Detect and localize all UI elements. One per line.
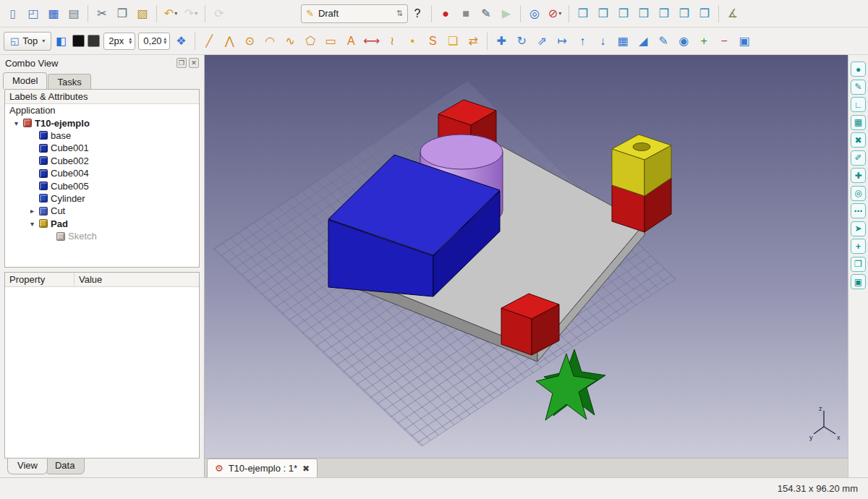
draft-polyline-icon[interactable]: ⋀ xyxy=(220,32,239,51)
tree-item[interactable]: Cube005 xyxy=(5,179,199,192)
upgrade-icon[interactable]: ↑ xyxy=(573,32,592,51)
scale-icon[interactable]: ◢ xyxy=(634,32,652,51)
whats-this-icon[interactable]: ? xyxy=(408,4,427,23)
document-tab[interactable]: ⚙ T10-ejemplo : 1* ✖ xyxy=(207,459,318,477)
spinner-arrows[interactable]: ▴▾ xyxy=(162,38,168,45)
add-geometry-icon[interactable]: ✚ xyxy=(851,168,866,183)
zoom-fit-icon[interactable]: ◎ xyxy=(525,4,544,23)
tree-expand-arrow[interactable]: ▾ xyxy=(12,119,20,127)
downgrade-icon[interactable]: ↓ xyxy=(593,32,612,51)
remove-point-icon[interactable]: − xyxy=(715,32,733,51)
paste-icon[interactable]: ▧ xyxy=(133,4,152,23)
draft-rectangle-icon[interactable]: ▭ xyxy=(321,32,340,51)
tree-item[interactable]: Cube004 xyxy=(5,167,199,179)
draft-shapestring-icon[interactable]: S xyxy=(423,32,442,51)
macro-play-icon[interactable]: ▶ xyxy=(497,4,516,23)
line-width-spinner[interactable]: 2px ▴▾ xyxy=(103,33,135,50)
draft-to-sketch-icon[interactable]: ⇄ xyxy=(464,32,482,51)
shape-color-swatch[interactable] xyxy=(88,35,100,47)
external-geometry-icon[interactable]: ❐ xyxy=(851,257,866,272)
macro-record-icon[interactable]: ● xyxy=(436,4,455,23)
view-rear-icon[interactable]: ❒ xyxy=(655,4,673,23)
copy-icon[interactable]: ❐ xyxy=(113,4,132,23)
panel-float-icon[interactable]: ❐ xyxy=(176,58,187,68)
select-icon[interactable]: ➤ xyxy=(851,221,866,236)
redo-icon[interactable]: ↷▾ xyxy=(182,4,200,23)
print-icon[interactable]: ▤ xyxy=(64,4,83,23)
undo-icon[interactable]: ↶▾ xyxy=(161,4,180,23)
draft-bspline-icon[interactable]: ∿ xyxy=(281,32,299,51)
measure-icon[interactable]: ∡ xyxy=(723,4,742,23)
tree-item[interactable]: Cube002 xyxy=(5,155,199,167)
macro-stop-icon[interactable]: ■ xyxy=(456,4,475,23)
insert-icon[interactable]: + xyxy=(851,239,866,254)
view-left-icon[interactable]: ❒ xyxy=(695,4,714,23)
more-tools-icon[interactable]: ⋯ xyxy=(851,203,866,218)
add-point-icon[interactable]: + xyxy=(694,32,713,51)
view-axonometric-icon[interactable]: ❒ xyxy=(574,4,592,23)
spinner-arrows[interactable]: ▴▾ xyxy=(127,38,133,45)
construction-mode-icon[interactable]: ◧ xyxy=(51,32,70,51)
value-column-header[interactable]: Value xyxy=(75,273,199,286)
target-icon[interactable]: ◎ xyxy=(851,186,866,201)
tab-view[interactable]: View xyxy=(7,459,48,474)
cut-icon[interactable]: ✂ xyxy=(93,4,111,23)
close-document-icon[interactable]: ✖ xyxy=(302,464,310,474)
pencil-icon[interactable]: ✐ xyxy=(851,150,866,166)
tree-item[interactable]: base xyxy=(5,129,199,142)
tree-item[interactable]: ▸ Cut xyxy=(5,205,199,217)
tree-item[interactable]: Sketch xyxy=(5,230,199,242)
tab-model[interactable]: Model xyxy=(3,72,47,89)
tree-item[interactable]: Cube001 xyxy=(5,142,199,154)
save-icon[interactable]: ▦ xyxy=(44,4,63,23)
edit-sketch-icon[interactable]: ✎ xyxy=(851,80,866,95)
grid-icon[interactable]: ▦ xyxy=(851,115,866,130)
draft-line-icon[interactable]: ╱ xyxy=(200,32,218,51)
draft-text-icon[interactable]: A xyxy=(341,32,360,51)
draft-polygon-icon[interactable]: ⬠ xyxy=(301,32,320,51)
lock-icon[interactable]: ● xyxy=(851,61,866,77)
text-scale-spinner[interactable]: 0,20 ▴▾ xyxy=(138,33,170,50)
refresh-icon[interactable]: ⟳ xyxy=(210,4,229,23)
viewport-canvas[interactable]: z y x xyxy=(205,55,848,458)
open-folder-icon[interactable]: ◰ xyxy=(24,4,43,23)
draft-circle-icon[interactable]: ⊙ xyxy=(240,32,259,51)
view-right-icon[interactable]: ❒ xyxy=(634,4,653,23)
tab-tasks[interactable]: Tasks xyxy=(48,74,90,89)
workbench-selector[interactable]: ✎ Draft ⇅ xyxy=(301,4,408,23)
autogroup-icon[interactable]: ❖ xyxy=(171,32,190,51)
line-color-swatch[interactable] xyxy=(72,35,85,47)
tab-data[interactable]: Data xyxy=(45,459,85,474)
3d-viewport[interactable]: z y x xyxy=(205,55,848,458)
macro-edit-icon[interactable]: ✎ xyxy=(477,4,495,23)
draft-arc-icon[interactable]: ◠ xyxy=(260,32,279,51)
tree-item[interactable]: Cylinder xyxy=(5,192,199,205)
combo-spin-arrows[interactable]: ⇅ xyxy=(396,9,403,18)
draft-dimension-icon[interactable]: ⟷ xyxy=(362,32,381,51)
view-bottom-icon[interactable]: ❒ xyxy=(675,4,694,23)
shape-2d-view-icon[interactable]: ▣ xyxy=(735,32,754,51)
draw-style-icon[interactable]: ⊘▾ xyxy=(545,4,564,23)
new-file-icon[interactable]: ▯ xyxy=(4,4,22,23)
view-front-icon[interactable]: ❒ xyxy=(594,4,613,23)
draft-point-icon[interactable]: • xyxy=(403,32,422,51)
offset-icon[interactable]: ⇗ xyxy=(532,32,551,51)
tree-item[interactable]: ▾ Pad xyxy=(5,218,199,230)
tree-expand-arrow[interactable]: ▸ xyxy=(28,207,36,215)
rotate-icon[interactable]: ↻ xyxy=(512,32,531,51)
tree-column-header[interactable]: Labels & Attributes xyxy=(5,90,199,104)
property-column-header[interactable]: Property xyxy=(5,273,75,286)
tree-expand-arrow[interactable]: ▾ xyxy=(28,220,36,228)
working-plane-button[interactable]: ◱ Top ▾ xyxy=(4,32,51,51)
ruler-icon[interactable]: ∟ xyxy=(851,97,866,112)
subelement-icon[interactable]: ◉ xyxy=(674,32,693,51)
close-sketch-icon[interactable]: ✖ xyxy=(851,132,866,148)
edit-icon[interactable]: ✎ xyxy=(654,32,673,51)
tree-item[interactable]: ▾ T10-ejemplo xyxy=(5,116,199,129)
view-top-icon[interactable]: ❒ xyxy=(614,4,633,23)
trimex-icon[interactable]: ↦ xyxy=(553,32,571,51)
draft-bezier-icon[interactable]: ≀ xyxy=(383,32,401,51)
move-icon[interactable]: ✚ xyxy=(492,32,511,51)
array-icon[interactable]: ▦ xyxy=(613,32,632,51)
panel-close-icon[interactable]: ✕ xyxy=(189,58,199,68)
